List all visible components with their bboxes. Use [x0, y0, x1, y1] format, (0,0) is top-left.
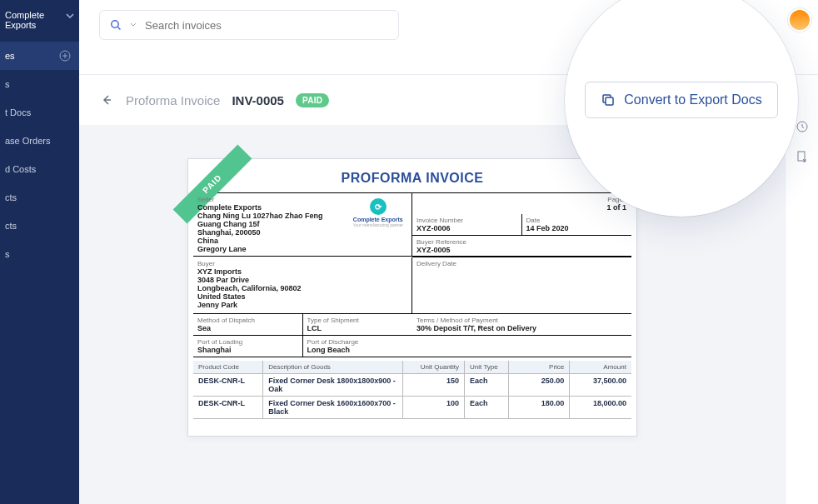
invoice-number-label: Invoice Number [416, 217, 517, 224]
dropdown-caret-icon [130, 22, 137, 28]
dispatch: Sea [197, 324, 298, 332]
th-type: Unit Type [465, 361, 509, 374]
sidebar-item[interactable]: cts [0, 183, 79, 212]
invoice-id: INV-0005 [232, 93, 284, 107]
sidebar-item[interactable]: d Costs [0, 155, 79, 183]
table-row: DESK-CNR-L Fixed Corner Desk 1600x1600x7… [193, 397, 631, 419]
workspace-name: Complete Exports [5, 10, 71, 30]
search-icon [110, 19, 122, 31]
convert-label: Convert to Export Docs [624, 92, 761, 107]
date-label: Date [526, 217, 628, 224]
terms-label: Terms / Method of Payment [416, 317, 627, 324]
seller-country: China [197, 237, 407, 245]
svg-rect-6 [606, 97, 613, 105]
svg-point-1 [112, 21, 118, 27]
sidebar-item[interactable]: s [0, 240, 79, 268]
logo-icon: ⟳ [370, 198, 387, 215]
pol: Shanghai [197, 346, 298, 354]
pages-value: 1 of 1 [416, 203, 626, 212]
sidebar-item-label: d Costs [5, 164, 36, 174]
sidebar: Complete Exports es s t Docs ase Orders … [0, 0, 79, 504]
th-price: Price [509, 361, 571, 374]
invoice-document: PAID PROFORMA INVOICE Seller Complete Ex… [187, 158, 637, 437]
buyer-contact: Jenny Park [197, 301, 407, 309]
chevron-down-icon [66, 12, 74, 20]
th-amount: Amount [570, 361, 631, 374]
terms: 30% Deposit T/T, Rest on Delivery [416, 324, 627, 332]
line-items-table: Product Code Description of Goods Unit Q… [193, 361, 631, 419]
shipment: LCL [307, 324, 409, 332]
sidebar-item-label: cts [5, 221, 17, 231]
buyer-ref: XYZ-0005 [416, 246, 627, 254]
buyer-addr: 3048 Par Drive [197, 276, 407, 284]
sidebar-item[interactable]: ase Orders [0, 127, 79, 155]
buyer-label: Buyer [197, 260, 407, 267]
document-export-icon[interactable] [796, 150, 809, 163]
dispatch-label: Method of Dispatch [197, 317, 298, 324]
convert-to-export-docs-button[interactable]: Convert to Export Docs [585, 82, 777, 118]
sidebar-item-label: es [5, 51, 15, 61]
sidebar-item-label: t Docs [5, 107, 31, 117]
history-icon[interactable] [796, 120, 809, 133]
avatar[interactable] [788, 8, 811, 32]
pod: Long Beach [307, 346, 409, 354]
page-title: Proforma Invoice [126, 93, 220, 107]
buyer-ref-label: Buyer Reference [416, 238, 627, 246]
table-row: DESK-CNR-L Fixed Corner Desk 1800x1800x9… [193, 374, 631, 397]
sidebar-item[interactable]: s [0, 70, 79, 98]
seller-logo: ⟳ Complete Exports Your manufacturing pa… [353, 198, 403, 227]
pages-label: Pages [416, 196, 626, 203]
buyer-name: XYZ Imports [197, 267, 407, 276]
workspace-switcher[interactable]: Complete Exports [0, 0, 79, 42]
search-input-wrap[interactable] [99, 10, 399, 40]
pod-label: Port of Discharge [307, 338, 409, 346]
delivery-date-label: Delivery Date [416, 260, 627, 267]
sidebar-item[interactable]: t Docs [0, 98, 79, 127]
sidebar-item[interactable]: es [0, 42, 79, 70]
sidebar-item-label: ase Orders [5, 136, 50, 146]
shipment-label: Type of Shipment [307, 317, 409, 324]
th-code: Product Code [193, 361, 263, 374]
date-value: 14 Feb 2020 [526, 224, 628, 232]
seller-contact: Gregory Lane [197, 245, 407, 253]
sidebar-item-label: s [5, 249, 10, 259]
th-desc: Description of Goods [263, 361, 403, 374]
buyer-addr: Longbeach, California, 90802 [197, 284, 407, 292]
sidebar-item-label: cts [5, 192, 17, 202]
seller-addr: Shanghai, 200050 [197, 228, 407, 237]
search-input[interactable] [145, 19, 388, 32]
invoice-number: XYZ-0006 [416, 224, 517, 232]
copy-icon [601, 92, 616, 107]
buyer-country: United States [197, 292, 407, 301]
document-title: PROFORMA INVOICE [188, 159, 636, 192]
status-badge: PAID [296, 93, 329, 107]
th-qty: Unit Quantity [403, 361, 465, 374]
back-arrow-icon[interactable] [99, 92, 114, 107]
pol-label: Port of Loading [197, 338, 298, 346]
sidebar-item[interactable]: cts [0, 212, 79, 240]
plus-icon[interactable] [59, 50, 71, 62]
sidebar-item-label: s [5, 79, 10, 89]
